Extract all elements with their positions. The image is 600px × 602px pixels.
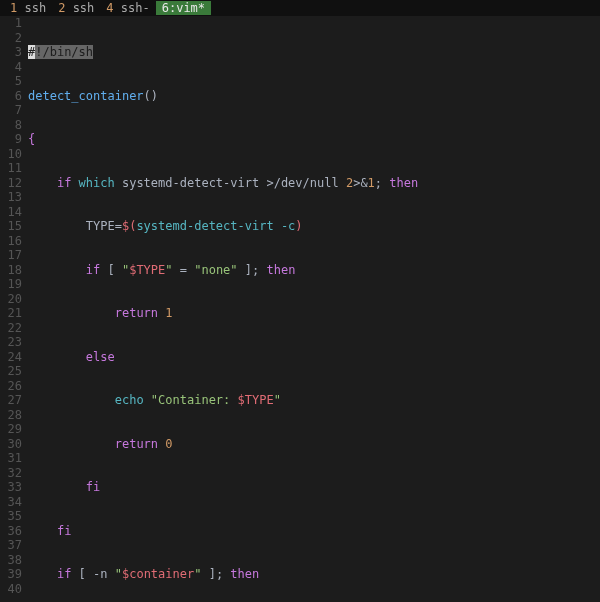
code-area[interactable]: #!/bin/sh detect_container() { if which … bbox=[28, 16, 600, 602]
code-line: echo "Container: $TYPE" bbox=[28, 393, 600, 408]
vim-editor[interactable]: 1234567891011121314151617181920212223242… bbox=[0, 16, 600, 602]
code-line: TYPE=$(systemd-detect-virt -c) bbox=[28, 219, 600, 234]
line-number: 13 bbox=[0, 190, 22, 205]
tmux-tab-2[interactable]: 2 ssh bbox=[52, 1, 100, 16]
line-number: 18 bbox=[0, 263, 22, 278]
line-number: 25 bbox=[0, 364, 22, 379]
code-line: if which systemd-detect-virt >/dev/null … bbox=[28, 176, 600, 191]
line-number: 12 bbox=[0, 176, 22, 191]
line-number: 26 bbox=[0, 379, 22, 394]
line-number: 34 bbox=[0, 495, 22, 510]
line-number: 22 bbox=[0, 321, 22, 336]
line-number: 7 bbox=[0, 103, 22, 118]
line-number: 32 bbox=[0, 466, 22, 481]
line-number: 28 bbox=[0, 408, 22, 423]
line-number: 9 bbox=[0, 132, 22, 147]
line-number: 38 bbox=[0, 553, 22, 568]
line-number: 8 bbox=[0, 118, 22, 133]
code-line: #!/bin/sh bbox=[28, 45, 600, 60]
line-number: 2 bbox=[0, 31, 22, 46]
line-number: 29 bbox=[0, 422, 22, 437]
line-number: 10 bbox=[0, 147, 22, 162]
line-number: 27 bbox=[0, 393, 22, 408]
line-number: 3 bbox=[0, 45, 22, 60]
line-number-gutter: 1234567891011121314151617181920212223242… bbox=[0, 16, 28, 596]
line-number: 4 bbox=[0, 60, 22, 75]
line-number: 35 bbox=[0, 509, 22, 524]
line-number: 14 bbox=[0, 205, 22, 220]
line-number: 15 bbox=[0, 219, 22, 234]
line-number: 40 bbox=[0, 582, 22, 597]
line-number: 37 bbox=[0, 538, 22, 553]
line-number: 30 bbox=[0, 437, 22, 452]
code-line: { bbox=[28, 132, 600, 147]
code-line: return 0 bbox=[28, 437, 600, 452]
line-number: 19 bbox=[0, 277, 22, 292]
code-line: fi bbox=[28, 524, 600, 539]
line-number: 33 bbox=[0, 480, 22, 495]
tmux-tab-6-active[interactable]: 6:vim* bbox=[156, 1, 211, 16]
tmux-tab-4[interactable]: 4 ssh- bbox=[100, 1, 155, 16]
code-line: detect_container() bbox=[28, 89, 600, 104]
tmux-tabbar: 1 ssh 2 ssh 4 ssh- 6:vim* bbox=[0, 0, 600, 16]
code-line: if [ -n "$container" ]; then bbox=[28, 567, 600, 582]
line-number: 36 bbox=[0, 524, 22, 539]
tmux-tab-1[interactable]: 1 ssh bbox=[4, 1, 52, 16]
line-number: 6 bbox=[0, 89, 22, 104]
line-number: 20 bbox=[0, 292, 22, 307]
code-line: fi bbox=[28, 480, 600, 495]
line-number: 17 bbox=[0, 248, 22, 263]
line-number: 11 bbox=[0, 161, 22, 176]
line-number: 16 bbox=[0, 234, 22, 249]
line-number: 5 bbox=[0, 74, 22, 89]
code-line: if [ "$TYPE" = "none" ]; then bbox=[28, 263, 600, 278]
code-line: else bbox=[28, 350, 600, 365]
line-number: 1 bbox=[0, 16, 22, 31]
line-number: 31 bbox=[0, 451, 22, 466]
line-number: 39 bbox=[0, 567, 22, 582]
line-number: 24 bbox=[0, 350, 22, 365]
line-number: 23 bbox=[0, 335, 22, 350]
line-number: 21 bbox=[0, 306, 22, 321]
code-line: return 1 bbox=[28, 306, 600, 321]
